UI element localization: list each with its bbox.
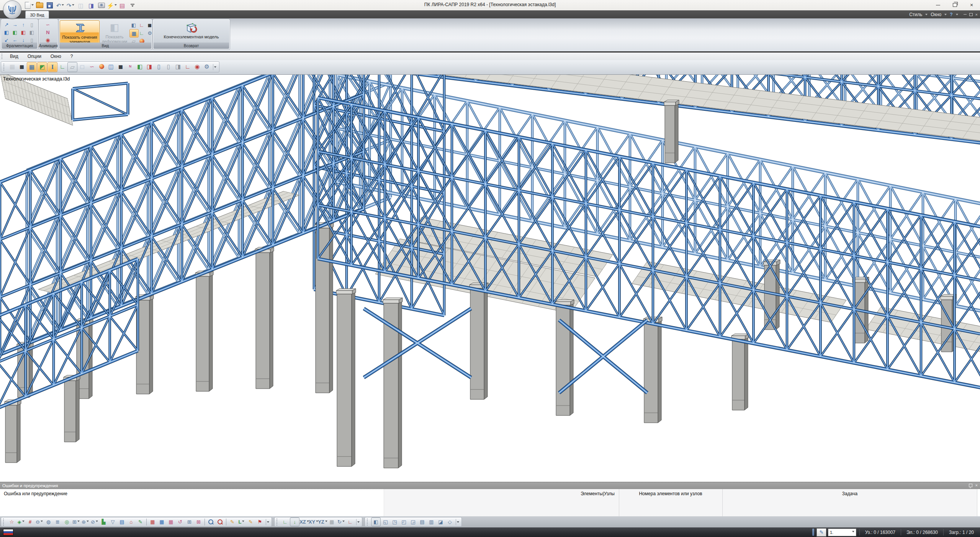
help-menu[interactable]: ? xyxy=(950,12,952,17)
report-icon[interactable]: ▤ xyxy=(118,1,127,10)
flip-doc-icon[interactable]: ▤ xyxy=(118,518,126,526)
column-task[interactable]: Задача xyxy=(726,491,973,496)
column-separator[interactable] xyxy=(977,489,977,517)
view-top-icon[interactable]: ▤ xyxy=(418,518,427,526)
node-cube-icon[interactable]: ◩ xyxy=(37,62,47,72)
restore-button[interactable] xyxy=(946,0,963,10)
gray-cube-icon[interactable]: ◨ xyxy=(173,62,183,71)
view-front-icon[interactable]: ◱ xyxy=(381,518,390,526)
panel-splitter[interactable] xyxy=(812,529,814,536)
quick-run-icon[interactable]: ⚡ xyxy=(107,1,116,10)
light-cube-icon[interactable]: ◻ xyxy=(78,62,87,71)
select-ellipse-icon[interactable]: ⊖ xyxy=(35,518,44,526)
plane-yz-icon[interactable]: YZ xyxy=(318,518,327,526)
pack-model-icon[interactable]: ◫ xyxy=(76,1,85,10)
ok-circle-icon[interactable]: ◎ xyxy=(62,518,71,526)
window-menu[interactable]: Окно xyxy=(931,12,941,17)
grid-cube-icon[interactable]: ▦ xyxy=(27,62,37,72)
menu-help[interactable]: ? xyxy=(66,53,78,60)
frag-right-icon[interactable]: → xyxy=(11,21,19,28)
grid-step-icon[interactable]: ▦ xyxy=(327,518,336,526)
gear-cube-icon[interactable]: ⚙ xyxy=(202,62,211,71)
filter-icon[interactable]: ▽ xyxy=(108,518,117,526)
book-icon[interactable]: ◨ xyxy=(87,1,96,10)
frag-restore-icon[interactable]: ◧ xyxy=(19,28,28,36)
close-button[interactable]: × xyxy=(963,0,980,10)
pencil-icon[interactable]: ✎ xyxy=(246,518,255,526)
view-back-icon[interactable]: ◳ xyxy=(390,518,399,526)
undo-icon[interactable]: ↶ xyxy=(56,1,65,10)
axes-red-icon[interactable]: ∟ xyxy=(346,518,355,526)
tab-3d-view[interactable]: 3D Вид xyxy=(25,11,49,18)
view-bottom-icon[interactable]: ▥ xyxy=(427,518,436,526)
grip-handle[interactable] xyxy=(367,519,368,526)
toolbar-overflow-icon[interactable] xyxy=(456,519,460,525)
table-results-icon[interactable]: ▦ xyxy=(167,518,175,526)
mdi-restore-icon[interactable] xyxy=(969,13,973,16)
local-axes-icon[interactable]: ∟ xyxy=(137,21,146,29)
zoom-off-icon[interactable] xyxy=(216,518,224,526)
redo-icon[interactable]: ↷ xyxy=(66,1,75,10)
column-separator[interactable] xyxy=(722,489,723,517)
column-error[interactable]: Ошибка или предупреждение xyxy=(4,491,67,496)
sections-ibeam-icon[interactable]: I xyxy=(47,62,57,72)
table-3d-icon[interactable]: ⊠ xyxy=(194,518,203,526)
grip-handle[interactable] xyxy=(2,54,3,59)
select-diamond-icon[interactable]: ◈ xyxy=(16,518,25,526)
animation-curve-icon[interactable]: ∽ xyxy=(44,21,52,28)
menu-window[interactable]: Окно xyxy=(46,53,66,60)
solid-view-icon[interactable]: ◧ xyxy=(129,21,138,29)
view-3d-icon[interactable]: ◪ xyxy=(436,518,445,526)
plane-xz-icon[interactable]: XZ xyxy=(300,518,309,526)
ground-plane-icon[interactable]: ▱ xyxy=(67,62,77,72)
frag-box-icon[interactable]: ◧ xyxy=(28,28,36,36)
flag-pen-icon[interactable]: ⚑ xyxy=(255,518,264,526)
close-view-icon[interactable]: ▯ xyxy=(164,62,173,71)
diagram-icon[interactable]: ▙ xyxy=(99,518,108,526)
zoom-in-icon[interactable] xyxy=(206,518,215,526)
axes-icon[interactable]: ∟ xyxy=(58,62,67,71)
solid-cube-icon[interactable]: ◼ xyxy=(17,62,26,71)
load-case-combo[interactable]: 1. xyxy=(828,529,856,536)
sphere-icon[interactable] xyxy=(97,62,106,71)
global-axes-icon[interactable]: ∟ xyxy=(137,29,146,37)
pause-circle-icon[interactable]: ◍ xyxy=(44,518,53,526)
dark-cube2-icon[interactable]: ◼ xyxy=(116,62,125,71)
new-file-icon[interactable] xyxy=(25,1,34,10)
open-file-icon[interactable] xyxy=(35,1,44,10)
red-check-cube-icon[interactable]: ◨ xyxy=(145,62,154,71)
style-menu[interactable]: Стиль xyxy=(909,12,922,17)
animation-n-curve-icon[interactable]: N xyxy=(44,28,52,36)
add-view-icon[interactable]: ▯ xyxy=(154,62,164,71)
close-panel-icon[interactable]: × xyxy=(975,483,978,488)
minimize-button[interactable] xyxy=(929,0,946,10)
frag-book-green-icon[interactable]: ◧ xyxy=(11,28,19,36)
perspective-icon[interactable]: ▦ xyxy=(8,62,17,71)
table-nodes-icon[interactable]: ▦ xyxy=(148,518,157,526)
save-icon[interactable] xyxy=(45,1,54,10)
marker-icon[interactable]: ✎ xyxy=(228,518,237,526)
ucs-icon[interactable]: ∟ xyxy=(281,518,290,526)
measure-icon[interactable]: L xyxy=(237,518,246,526)
mesh-icon[interactable]: ⊞ xyxy=(72,518,80,526)
pin-icon[interactable] xyxy=(969,484,972,487)
view-left-icon[interactable]: ◰ xyxy=(399,518,408,526)
show-deformations-button[interactable]: ◧ Показать деформации xyxy=(100,20,129,46)
model-viewport[interactable]: Технологическая эстакада.l3d xyxy=(0,74,980,482)
list-circle-icon[interactable]: ≣ xyxy=(53,518,62,526)
brush-icon[interactable]: ✎ xyxy=(136,518,145,526)
table-undo-icon[interactable]: ↺ xyxy=(176,518,185,526)
select-nodes-icon[interactable]: # xyxy=(26,518,34,526)
record-icon[interactable]: ◉ xyxy=(193,62,202,71)
frag-book-blue-icon[interactable]: ◧ xyxy=(2,28,11,36)
spline-icon[interactable]: ∽ xyxy=(87,62,97,71)
mdi-close-icon[interactable]: × xyxy=(975,12,978,17)
mdi-minimize-icon[interactable] xyxy=(964,14,967,15)
column-separator[interactable] xyxy=(619,489,619,517)
app-logo[interactable] xyxy=(3,0,21,19)
frag-up-right-icon[interactable]: ↗ xyxy=(2,21,11,28)
green-book-icon[interactable]: ◧ xyxy=(135,62,144,71)
erase-icon[interactable]: ⊘ xyxy=(90,518,99,526)
red-axes-icon[interactable]: ∟ xyxy=(183,62,192,71)
snapshot-icon[interactable] xyxy=(97,1,106,10)
